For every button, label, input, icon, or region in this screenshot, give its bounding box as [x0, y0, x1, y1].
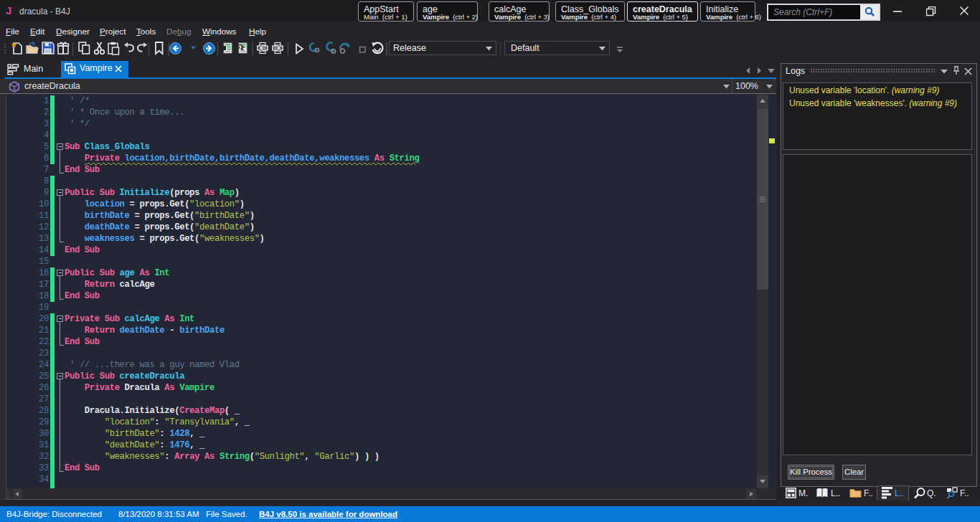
- svg-text:2: 2: [241, 44, 245, 52]
